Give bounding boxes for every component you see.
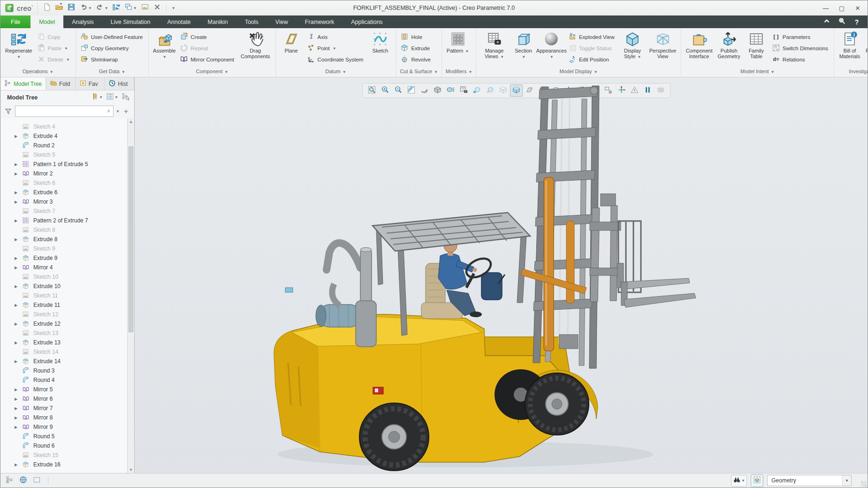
appearances-button[interactable]: Appearances ▼ bbox=[538, 30, 565, 67]
regenerate-small-button[interactable] bbox=[111, 2, 122, 14]
coordinate-system-button[interactable]: Coordinate System bbox=[305, 54, 366, 65]
extrude-button[interactable]: Extrude bbox=[399, 43, 434, 54]
tree-item[interactable]: Sketch 6 bbox=[0, 178, 128, 188]
tab-analysis[interactable]: Analysis bbox=[63, 15, 102, 28]
tree-item[interactable]: Sketch 10 bbox=[0, 272, 128, 282]
repeat-button[interactable]: Repeat bbox=[178, 43, 237, 54]
group-label[interactable]: Model Intent ▼ bbox=[681, 67, 834, 77]
customize-toolbar-button[interactable]: ▼ bbox=[170, 5, 177, 11]
group-label[interactable]: Operations ▼ bbox=[0, 67, 76, 77]
perspective-view-button[interactable]: Perspective View bbox=[647, 30, 678, 67]
tab-file[interactable]: File bbox=[0, 15, 30, 28]
sketch-button[interactable]: Sketch bbox=[367, 30, 393, 67]
expand-caret-icon[interactable]: ▶ bbox=[15, 266, 22, 270]
find-button[interactable]: ▼ bbox=[731, 475, 747, 487]
expand-caret-icon[interactable]: ▶ bbox=[15, 256, 22, 260]
tab-manikin[interactable]: Manikin bbox=[199, 15, 236, 28]
panel-tab-model-tree[interactable]: Model Tree bbox=[0, 77, 46, 90]
tree-item[interactable]: ▶ Mirror 8 bbox=[0, 413, 128, 422]
expand-caret-icon[interactable]: ▶ bbox=[15, 388, 22, 392]
tree-item[interactable]: ▶ Mirror 4 bbox=[0, 263, 128, 272]
expand-caret-icon[interactable]: ▶ bbox=[15, 341, 22, 345]
axis-button[interactable]: Axis bbox=[305, 32, 366, 43]
tree-item[interactable]: ▶ Pattern 2 of Extrude 7 bbox=[0, 216, 128, 225]
group-label[interactable]: Model Display ▼ bbox=[476, 67, 680, 77]
tree-item[interactable]: Sketch 7 bbox=[0, 206, 128, 216]
tree-item[interactable]: ▶ Mirror 2 bbox=[0, 169, 128, 178]
reference-viewer-button[interactable]: i Reference Viewer bbox=[864, 30, 868, 67]
tree-item[interactable]: Sketch 9 bbox=[0, 244, 128, 253]
scroll-up-arrow[interactable]: ▲ bbox=[128, 118, 134, 125]
point-button[interactable]: Point▼ bbox=[305, 43, 366, 54]
bill-of-materials-button[interactable]: i Bill of Materials bbox=[837, 30, 862, 67]
expand-caret-icon[interactable]: ▶ bbox=[15, 191, 22, 195]
group-label[interactable]: Modifiers ▼ bbox=[442, 67, 476, 77]
panel-tab-fav[interactable]: Fav bbox=[76, 77, 105, 90]
tree-item[interactable]: ▶ Extrude 8 bbox=[0, 235, 128, 244]
tree-item[interactable]: ▶ Pattern 1 of Extrude 5 bbox=[0, 160, 128, 169]
group-label[interactable]: Investigate ▼ bbox=[834, 67, 868, 77]
tree-item[interactable]: Sketch 11 bbox=[0, 291, 128, 300]
relations-button[interactable]: d= Relations bbox=[770, 54, 831, 65]
tree-item[interactable]: Round 3 bbox=[0, 366, 128, 375]
tree-item[interactable]: ▶ Extrude 16 bbox=[0, 460, 128, 469]
close-window-button[interactable] bbox=[152, 2, 163, 14]
tree-item[interactable]: ▶ Extrude 10 bbox=[0, 282, 128, 291]
copy-button[interactable]: Copy bbox=[36, 32, 73, 43]
tree-item[interactable]: ▶ Extrude 6 bbox=[0, 188, 128, 197]
graphics-area[interactable] bbox=[135, 77, 868, 473]
open-button[interactable] bbox=[53, 2, 65, 14]
expand-caret-icon[interactable]: ▶ bbox=[15, 406, 22, 411]
expand-caret-icon[interactable]: ▶ bbox=[15, 284, 22, 289]
parameters-button[interactable]: [ ] Parameters bbox=[770, 32, 831, 43]
assemble-button[interactable]: Assemble ▼ bbox=[152, 30, 177, 67]
forklift-model[interactable] bbox=[264, 81, 709, 473]
paste-button[interactable]: Paste▼ bbox=[36, 43, 73, 54]
toggle-model-tree-button[interactable] bbox=[4, 475, 15, 487]
tree-item[interactable]: ▶ Extrude 12 bbox=[0, 319, 128, 328]
scroll-down-arrow[interactable]: ▼ bbox=[128, 466, 134, 473]
tree-item[interactable]: Sketch 8 bbox=[0, 225, 128, 235]
tree-item[interactable]: Sketch 4 bbox=[0, 122, 128, 131]
new-file-button[interactable] bbox=[41, 2, 53, 14]
tree-item[interactable]: Round 5 bbox=[0, 432, 128, 441]
expand-caret-icon[interactable]: ▶ bbox=[15, 237, 22, 242]
command-search-button[interactable] bbox=[837, 17, 847, 27]
tree-item[interactable]: ▶ Mirror 3 bbox=[0, 197, 128, 206]
edit-position-button[interactable]: z Edit Position bbox=[567, 54, 617, 65]
panel-tab-fold[interactable]: Fold bbox=[46, 77, 76, 90]
tab-live-simulation[interactable]: Live Simulation bbox=[102, 15, 159, 28]
tree-item[interactable]: ▶ Extrude 11 bbox=[0, 300, 128, 310]
expand-caret-icon[interactable]: ▶ bbox=[15, 416, 22, 420]
drag-components-button[interactable]: Drag Components bbox=[238, 30, 273, 67]
group-label[interactable]: Component ▼ bbox=[149, 67, 275, 77]
expand-caret-icon[interactable]: ▶ bbox=[15, 134, 22, 138]
user-defined-feature-button[interactable]: User-Defined Feature bbox=[79, 32, 146, 43]
tree-item[interactable]: Round 6 bbox=[0, 441, 128, 450]
expand-caret-icon[interactable]: ▶ bbox=[15, 359, 22, 364]
expand-caret-icon[interactable]: ▶ bbox=[15, 219, 22, 223]
selection-filter-caret[interactable]: ▼ bbox=[842, 475, 851, 486]
expand-caret-icon[interactable]: ▶ bbox=[15, 303, 22, 307]
component-interface-button[interactable]: Component Interface bbox=[684, 30, 715, 67]
tree-item[interactable]: ▶ Mirror 5 bbox=[0, 385, 128, 394]
redo-button[interactable]: ▼ bbox=[94, 2, 110, 14]
tab-annotate[interactable]: Annotate bbox=[159, 15, 199, 28]
model-in-window-button[interactable] bbox=[751, 474, 763, 487]
expand-caret-icon[interactable]: ▶ bbox=[15, 463, 22, 467]
window-switch-button[interactable]: ▼ bbox=[123, 2, 138, 14]
scrollbar-thumb[interactable] bbox=[129, 146, 133, 332]
create-button[interactable]: Create bbox=[178, 32, 237, 43]
tree-item[interactable]: Sketch 13 bbox=[0, 328, 128, 338]
tab-tools[interactable]: Tools bbox=[236, 15, 267, 28]
tab-view[interactable]: View bbox=[267, 15, 297, 28]
toggle-browser-pane-button[interactable] bbox=[31, 475, 42, 487]
plane-button[interactable]: Plane bbox=[279, 30, 304, 67]
clear-search-icon[interactable]: × bbox=[106, 108, 111, 114]
resize-grip[interactable] bbox=[861, 481, 867, 487]
group-label[interactable]: Cut & Surface ▼ bbox=[396, 67, 441, 77]
named-views-button[interactable] bbox=[139, 2, 151, 14]
pattern-button[interactable]: Pattern ▼ bbox=[445, 30, 471, 67]
search-options-caret[interactable]: ▼ bbox=[116, 109, 120, 114]
tree-item[interactable]: Round 2 bbox=[0, 141, 128, 150]
